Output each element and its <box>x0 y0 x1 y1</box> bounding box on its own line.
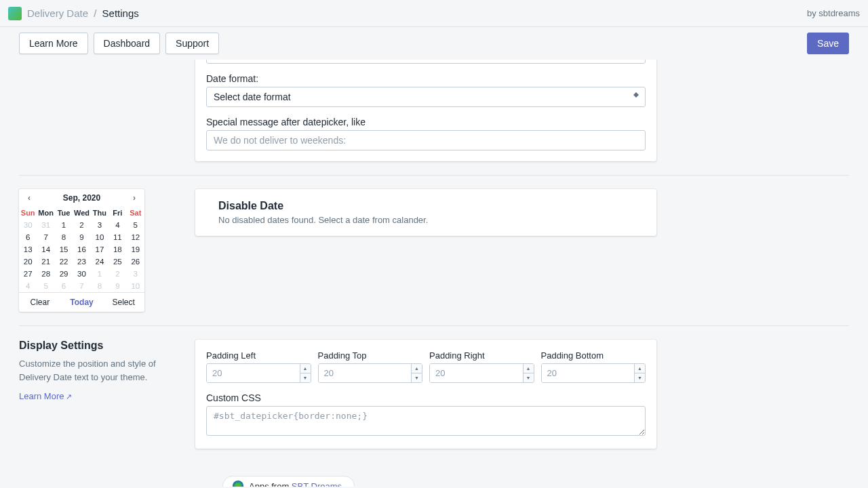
calendar-dow: Tue <box>55 207 73 219</box>
calendar-day[interactable]: 9 <box>73 231 90 243</box>
apps-from-badge: Apps from SBT Dreams. <box>222 476 355 487</box>
padding-top-label: Padding Top <box>318 350 423 361</box>
calendar-prev-icon[interactable]: ‹ <box>24 193 34 203</box>
calendar-day: 9 <box>108 280 126 292</box>
custom-css-label: Custom CSS <box>206 392 646 403</box>
calendar-day: 2 <box>108 268 126 280</box>
padding-left-input[interactable] <box>207 364 300 382</box>
calendar: ‹ Sep, 2020 › SunMonTueWedThuFriSat 3031… <box>19 189 144 312</box>
calendar-clear-button[interactable]: Clear <box>19 293 61 312</box>
calendar-day: 7 <box>73 280 90 292</box>
calendar-day[interactable]: 21 <box>37 256 54 268</box>
stepper-down-icon[interactable]: ▼ <box>412 373 422 382</box>
save-button[interactable]: Save <box>807 33 849 54</box>
calendar-day[interactable]: 20 <box>19 256 37 268</box>
author-credit: by sbtdreams <box>807 8 860 18</box>
breadcrumb: Delivery Date / Settings <box>27 7 139 19</box>
calendar-day: 5 <box>37 280 54 292</box>
custom-css-textarea[interactable] <box>206 406 646 436</box>
calendar-day[interactable]: 30 <box>73 268 90 280</box>
display-settings-card: Padding Left ▲▼ Padding Top ▲▼ <box>195 340 656 449</box>
stepper-down-icon[interactable]: ▼ <box>635 373 645 382</box>
calendar-dow: Sun <box>19 207 37 219</box>
calendar-day[interactable]: 14 <box>37 243 54 256</box>
calendar-title[interactable]: Sep, 2020 <box>63 193 100 203</box>
calendar-dow: Wed <box>73 207 90 219</box>
padding-left-label: Padding Left <box>206 350 311 361</box>
calendar-day[interactable]: 16 <box>73 243 90 256</box>
calendar-day[interactable]: 19 <box>127 243 144 256</box>
calendar-day[interactable]: 5 <box>127 219 144 231</box>
disable-date-title: Disable Date <box>206 200 646 212</box>
date-format-select[interactable]: Select date format <box>206 87 646 107</box>
calendar-day[interactable]: 23 <box>73 256 90 268</box>
padding-bottom-label: Padding Bottom <box>541 350 646 361</box>
picker-label-input[interactable] <box>206 60 646 64</box>
calendar-day[interactable]: 26 <box>127 256 144 268</box>
datepicker-settings-card: Date format: Select date format Special … <box>195 60 656 161</box>
date-format-label: Date format: <box>206 73 646 84</box>
calendar-today-button[interactable]: Today <box>61 293 103 312</box>
calendar-next-icon[interactable]: › <box>130 193 139 203</box>
dashboard-button[interactable]: Dashboard <box>94 33 161 54</box>
topbar: Delivery Date / Settings by sbtdreams <box>0 0 868 27</box>
calendar-dow: Mon <box>37 207 54 219</box>
calendar-day[interactable]: 28 <box>37 268 54 280</box>
calendar-day: 31 <box>37 219 54 231</box>
vendor-link[interactable]: SBT Dreams <box>292 481 342 487</box>
display-settings-desc: Customize the position and style of Deli… <box>19 357 182 384</box>
calendar-day[interactable]: 25 <box>108 256 126 268</box>
stepper-up-icon[interactable]: ▲ <box>635 364 645 373</box>
calendar-day[interactable]: 24 <box>91 256 108 268</box>
calendar-day[interactable]: 10 <box>91 231 108 243</box>
calendar-day[interactable]: 11 <box>108 231 126 243</box>
disable-date-card: Disable Date No disabled dates found. Se… <box>195 189 656 236</box>
padding-right-label: Padding Right <box>429 350 534 361</box>
calendar-day: 1 <box>91 268 108 280</box>
calendar-day[interactable]: 18 <box>108 243 126 256</box>
calendar-day: 6 <box>55 280 73 292</box>
stepper-up-icon[interactable]: ▲ <box>412 364 422 373</box>
stepper-down-icon[interactable]: ▼ <box>300 373 311 382</box>
calendar-day[interactable]: 1 <box>55 219 73 231</box>
breadcrumb-app[interactable]: Delivery Date <box>27 7 88 19</box>
calendar-day: 4 <box>19 280 37 292</box>
vendor-icon <box>233 481 243 487</box>
calendar-day: 10 <box>127 280 144 292</box>
display-learn-more-link[interactable]: Learn More↗ <box>19 391 72 401</box>
calendar-day[interactable]: 2 <box>73 219 90 231</box>
stepper-up-icon[interactable]: ▲ <box>524 364 534 373</box>
calendar-day[interactable]: 8 <box>55 231 73 243</box>
display-settings-title: Display Settings <box>19 340 182 352</box>
stepper-up-icon[interactable]: ▲ <box>300 364 311 373</box>
toolbar: Learn More Dashboard Support Save <box>0 27 868 60</box>
calendar-day: 3 <box>127 268 144 280</box>
calendar-dow: Thu <box>91 207 108 219</box>
calendar-day[interactable]: 27 <box>19 268 37 280</box>
external-link-icon: ↗ <box>66 392 72 401</box>
calendar-day[interactable]: 17 <box>91 243 108 256</box>
calendar-day: 8 <box>91 280 108 292</box>
calendar-day[interactable]: 6 <box>19 231 37 243</box>
calendar-day[interactable]: 29 <box>55 268 73 280</box>
calendar-day[interactable]: 22 <box>55 256 73 268</box>
calendar-day[interactable]: 3 <box>91 219 108 231</box>
calendar-select-button[interactable]: Select <box>102 293 144 312</box>
disable-date-empty-text: No disabled dates found. Select a date f… <box>206 215 646 225</box>
calendar-day[interactable]: 13 <box>19 243 37 256</box>
support-button[interactable]: Support <box>165 33 219 54</box>
calendar-day[interactable]: 7 <box>37 231 54 243</box>
stepper-down-icon[interactable]: ▼ <box>524 373 534 382</box>
learn-more-button[interactable]: Learn More <box>19 33 88 54</box>
calendar-dow: Sat <box>127 207 144 219</box>
padding-bottom-input[interactable] <box>542 364 635 382</box>
calendar-dow: Fri <box>108 207 126 219</box>
special-message-input[interactable] <box>206 130 646 150</box>
calendar-day[interactable]: 12 <box>127 231 144 243</box>
padding-right-input[interactable] <box>430 364 523 382</box>
calendar-day[interactable]: 4 <box>108 219 126 231</box>
special-message-label: Special message after datepicker, like <box>206 117 646 127</box>
app-icon <box>8 7 22 20</box>
calendar-day[interactable]: 15 <box>55 243 73 256</box>
padding-top-input[interactable] <box>319 364 412 382</box>
